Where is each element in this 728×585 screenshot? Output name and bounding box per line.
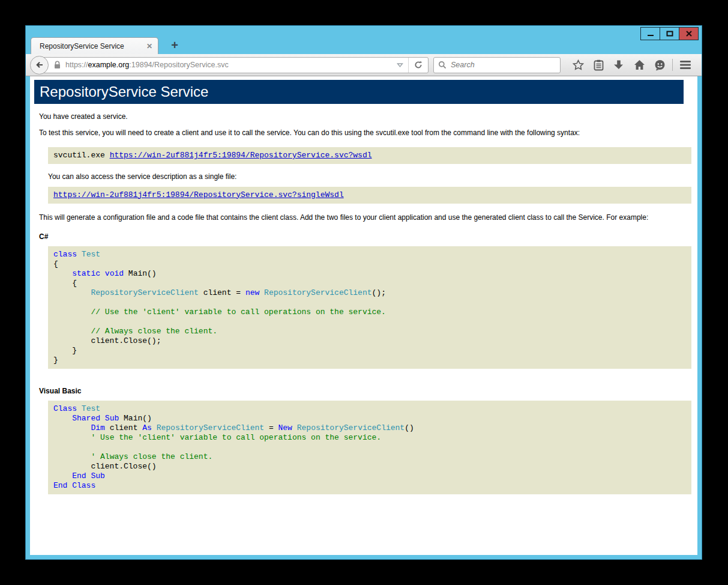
tab-repositoryservice[interactable]: RepositoryService Service ✕ xyxy=(31,37,158,54)
maximize-button[interactable] xyxy=(660,27,679,40)
window-controls xyxy=(641,27,699,40)
code-line: client.Close(); xyxy=(53,336,686,346)
single-wsdl-code-box: https://win-2uf881j4fr5:19894/Repository… xyxy=(48,187,691,204)
code-line: static void Main() xyxy=(53,269,686,279)
navigation-toolbar: https://example.org:19894/RepositoryServ… xyxy=(26,54,702,76)
bookmarks-icon xyxy=(594,59,604,71)
bookmarks-menu-button[interactable] xyxy=(588,56,609,74)
toolbar-icons xyxy=(568,56,696,74)
code-line xyxy=(53,443,686,452)
search-icon xyxy=(438,61,447,69)
url-bar[interactable]: https://example.org:19894/RepositoryServ… xyxy=(40,57,429,73)
code-line: ' Always close the client. xyxy=(53,452,686,462)
maximize-icon xyxy=(666,30,673,37)
url-domain: example.org xyxy=(88,61,130,69)
chat-icon xyxy=(654,59,666,71)
downloads-button[interactable] xyxy=(609,56,629,74)
code-line xyxy=(53,298,686,308)
url-path: :19894/RepositoryService.svc xyxy=(129,61,228,69)
code-line: Class Test xyxy=(53,404,686,414)
home-icon xyxy=(634,59,645,70)
code-line: End Sub xyxy=(53,471,686,481)
menu-button[interactable] xyxy=(675,56,696,74)
code-line: // Always close the client. xyxy=(53,327,686,336)
download-icon xyxy=(613,59,624,70)
page-title: RepositoryService Service xyxy=(34,80,684,104)
lock-icon xyxy=(53,61,61,69)
single-file-paragraph: You can also access the service descript… xyxy=(48,172,688,181)
svcutil-code-box: svcutil.exe https://win-2uf881j4fr5:1989… xyxy=(48,147,691,164)
reload-icon xyxy=(414,61,423,69)
url-text: https://example.org:19894/RepositoryServ… xyxy=(65,61,392,69)
page-content: RepositoryService Service You have creat… xyxy=(30,76,697,555)
code-line: { xyxy=(53,259,686,269)
csharp-label: C# xyxy=(39,232,688,241)
titlebar[interactable] xyxy=(26,26,702,37)
close-icon xyxy=(685,30,693,37)
generate-paragraph: This will generate a configuration file … xyxy=(39,213,688,222)
code-line: } xyxy=(53,346,686,356)
code-line: // Use the 'client' variable to call ope… xyxy=(53,308,686,317)
minimize-button[interactable] xyxy=(640,27,660,40)
code-line: { xyxy=(53,279,686,288)
tab-title: RepositoryService Service xyxy=(40,42,143,50)
bookmark-star-button[interactable] xyxy=(568,56,588,74)
dropdown-icon xyxy=(397,62,403,68)
vb-code-box: Class Test Shared Sub Main() Dim client … xyxy=(48,401,691,494)
close-button[interactable] xyxy=(679,27,699,40)
tab-close-icon[interactable]: ✕ xyxy=(146,42,152,50)
single-wsdl-link[interactable]: https://win-2uf881j4fr5:19894/Repository… xyxy=(53,190,344,199)
home-button[interactable] xyxy=(629,56,649,74)
urlbar-dropdown-button[interactable] xyxy=(392,62,408,68)
code-line: ' Use the 'client' variable to call oper… xyxy=(53,433,686,443)
csharp-code-box: class Test{ static void Main() { Reposit… xyxy=(48,246,691,369)
code-line: class Test xyxy=(53,250,686,259)
browser-window: RepositoryService Service ✕ + https://ex… xyxy=(25,25,702,560)
code-line: } xyxy=(53,356,686,365)
minimize-icon xyxy=(647,30,654,37)
code-line xyxy=(53,317,686,327)
code-line: client.Close() xyxy=(53,462,686,471)
code-line: Shared Sub Main() xyxy=(53,414,686,423)
search-bar[interactable] xyxy=(433,57,561,73)
vb-label: Visual Basic xyxy=(39,387,688,395)
new-tab-icon: + xyxy=(171,38,178,52)
menu-icon xyxy=(679,60,691,70)
intro-paragraph-2: To test this service, you will need to c… xyxy=(39,128,688,138)
back-icon xyxy=(35,60,44,70)
code-line: Dim client As RepositoryServiceClient = … xyxy=(53,423,686,433)
reload-button[interactable] xyxy=(408,58,428,73)
back-button[interactable] xyxy=(30,56,49,74)
chat-button[interactable] xyxy=(649,56,670,74)
url-scheme: https:// xyxy=(65,61,88,69)
toolbar-separator xyxy=(672,59,673,71)
wsdl-link[interactable]: https://win-2uf881j4fr5:19894/Repository… xyxy=(110,151,372,160)
new-tab-button[interactable]: + xyxy=(167,39,182,52)
search-input[interactable] xyxy=(451,61,556,69)
star-icon xyxy=(573,59,584,70)
code-line: End Class xyxy=(53,481,686,491)
code-line: RepositoryServiceClient client = new Rep… xyxy=(53,288,686,298)
tab-strip: RepositoryService Service ✕ + xyxy=(26,37,702,54)
intro-paragraph-1: You have created a service. xyxy=(39,112,688,121)
svcutil-command: svcutil.exe xyxy=(53,151,110,160)
